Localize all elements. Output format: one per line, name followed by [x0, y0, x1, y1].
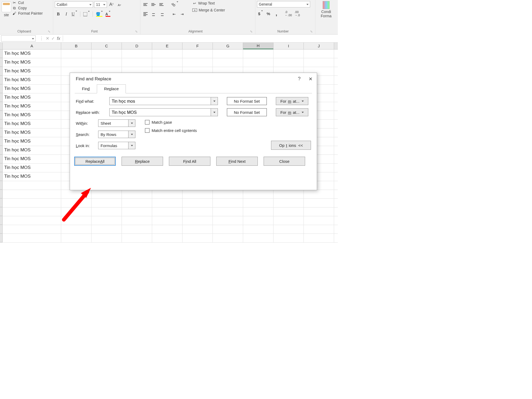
cell[interactable]	[213, 49, 243, 58]
replace-with-input[interactable]	[110, 109, 211, 116]
paste-icon[interactable]	[2, 2, 11, 12]
cell[interactable]	[61, 190, 92, 198]
borders-button[interactable]	[82, 11, 90, 18]
replace-button[interactable]: Replace	[122, 157, 163, 166]
cell[interactable]: Tin học MOS	[3, 137, 61, 146]
cell[interactable]	[92, 58, 122, 67]
cell[interactable]	[182, 49, 213, 58]
cell[interactable]: Tin học MOS	[3, 172, 61, 181]
cell[interactable]	[273, 199, 304, 207]
cell[interactable]: Tin học MOS	[3, 85, 61, 93]
cell[interactable]: Tin học MOS	[3, 76, 61, 84]
cell[interactable]	[213, 207, 243, 216]
cell[interactable]	[152, 225, 182, 234]
wrap-text-button[interactable]: ↩ Wrap Text	[192, 1, 227, 5]
column-header-I[interactable]: I	[273, 43, 304, 49]
chevron-down-icon[interactable]	[128, 120, 135, 127]
cell[interactable]	[182, 207, 213, 216]
column-header-E[interactable]: E	[152, 43, 182, 49]
tab-find[interactable]: Find	[75, 84, 97, 93]
cell[interactable]	[152, 234, 182, 242]
cell[interactable]	[273, 225, 304, 234]
match-entire-checkbox[interactable]: Match entire cell contents	[145, 128, 197, 133]
match-case-checkbox[interactable]: Match case	[145, 120, 197, 124]
cell[interactable]	[304, 199, 334, 207]
fill-color-button[interactable]: 🪣	[95, 11, 103, 18]
lookin-combo[interactable]: Formulas	[98, 142, 135, 149]
align-right-button[interactable]	[158, 11, 165, 18]
cell[interactable]	[182, 216, 213, 225]
cell[interactable]	[243, 216, 273, 225]
cut-button[interactable]: ✂ Cut	[12, 1, 43, 5]
copy-button[interactable]: ⧉ Copy	[12, 6, 43, 10]
font-name-combo[interactable]: Calibri	[55, 1, 93, 8]
cell[interactable]	[304, 190, 334, 198]
replace-with-combo[interactable]	[109, 108, 218, 116]
tab-replace[interactable]: Replace	[97, 84, 126, 93]
options-button[interactable]: Options <<	[271, 141, 311, 150]
cell[interactable]	[273, 49, 304, 58]
align-bottom-button[interactable]	[158, 1, 165, 8]
font-dialog-launcher[interactable]: ⤡	[134, 30, 139, 33]
cell[interactable]	[61, 199, 92, 207]
cell[interactable]	[61, 49, 92, 58]
cell[interactable]	[273, 58, 304, 67]
cell[interactable]	[92, 190, 122, 198]
cell[interactable]	[61, 225, 92, 234]
cell[interactable]	[122, 234, 152, 242]
format-painter-button[interactable]: 🖌 Format Painter	[12, 11, 43, 15]
cell[interactable]	[273, 190, 304, 198]
chevron-down-icon[interactable]	[128, 131, 135, 138]
cell[interactable]	[213, 199, 243, 207]
cell[interactable]	[92, 207, 122, 216]
within-combo[interactable]: Sheet	[98, 119, 135, 127]
cell[interactable]: Tin học MOS	[3, 128, 61, 137]
cell[interactable]	[92, 216, 122, 225]
underline-button[interactable]: U	[71, 11, 78, 18]
chevron-down-icon[interactable]	[128, 142, 135, 149]
merge-center-button[interactable]: a Merge & Center	[192, 8, 227, 12]
cell[interactable]	[92, 199, 122, 207]
replace-all-button[interactable]: Replace All	[74, 157, 116, 166]
cell[interactable]	[243, 207, 273, 216]
cell[interactable]	[122, 216, 152, 225]
cell[interactable]	[213, 225, 243, 234]
cell[interactable]	[61, 207, 92, 216]
column-header-G[interactable]: G	[213, 43, 243, 49]
cell[interactable]: Tin học MOS	[3, 146, 61, 155]
cell[interactable]	[182, 58, 213, 67]
cell[interactable]: Tin học MOS	[3, 155, 61, 163]
cell[interactable]	[152, 207, 182, 216]
decrease-decimal-button[interactable]: .00→.0	[294, 10, 301, 17]
cell[interactable]	[182, 190, 213, 198]
dots-icon[interactable]: ⋮	[39, 36, 44, 41]
cell[interactable]	[213, 234, 243, 242]
shrink-font-button[interactable]: A▿	[116, 1, 123, 8]
conditional-formatting-icon[interactable]	[323, 1, 330, 9]
cell[interactable]	[3, 207, 61, 216]
cell[interactable]	[213, 58, 243, 67]
cell[interactable]	[182, 225, 213, 234]
fx-icon[interactable]: fx	[57, 36, 60, 41]
column-header-D[interactable]: D	[122, 43, 152, 49]
bold-button[interactable]: B	[55, 11, 62, 18]
cell[interactable]	[92, 234, 122, 242]
cell[interactable]	[243, 58, 273, 67]
cell[interactable]	[152, 199, 182, 207]
cell[interactable]	[61, 216, 92, 225]
cell[interactable]	[213, 216, 243, 225]
font-size-combo[interactable]: 11	[94, 1, 107, 8]
clipboard-dialog-launcher[interactable]: ⤡	[47, 30, 51, 33]
cell[interactable]	[61, 58, 92, 67]
cancel-icon[interactable]: ✕	[46, 36, 49, 41]
cell[interactable]	[3, 216, 61, 225]
formula-bar-input[interactable]	[63, 35, 338, 41]
cell[interactable]	[152, 58, 182, 67]
name-box[interactable]	[1, 35, 36, 41]
cell[interactable]	[122, 58, 152, 67]
find-what-combo[interactable]	[109, 97, 218, 105]
cell[interactable]: Tin học MOS	[3, 67, 61, 76]
cell[interactable]	[304, 207, 334, 216]
cell[interactable]	[3, 225, 61, 234]
cell[interactable]: Tin học MOS	[3, 102, 61, 111]
